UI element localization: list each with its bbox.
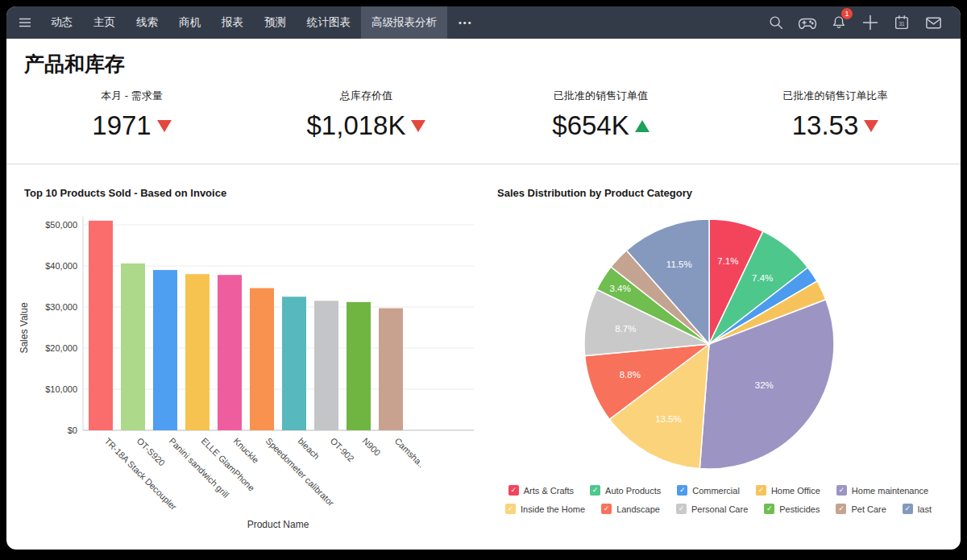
legend-item-personal-care[interactable]: ✓Personal Care bbox=[676, 504, 748, 514]
nav-tab-7[interactable]: 统计图表 bbox=[297, 6, 361, 39]
legend-checkbox-icon[interactable]: ✓ bbox=[836, 485, 847, 496]
mail-icon[interactable] bbox=[920, 10, 946, 35]
svg-text:$50,000: $50,000 bbox=[45, 220, 77, 230]
bar-chart-title: Top 10 Products Sold - Based on Invoice bbox=[24, 187, 488, 199]
bar-x-axis-title: Product Name bbox=[247, 519, 309, 530]
legend-row: ✓Inside the Home✓Landscape✓Personal Care… bbox=[505, 504, 932, 514]
legend-checkbox-icon[interactable]: ✓ bbox=[756, 485, 766, 496]
app-window: 动态主页线索商机报表预测统计图表高级报表分析 ••• 1 31 bbox=[6, 6, 961, 550]
legend-item-last[interactable]: ✓last bbox=[903, 504, 932, 514]
notification-badge: 1 bbox=[841, 8, 853, 19]
legend-checkbox-icon[interactable]: ✓ bbox=[764, 504, 774, 514]
bar-1[interactable] bbox=[89, 221, 113, 430]
legend-item-home-maintenance[interactable]: ✓Home maintenance bbox=[836, 485, 928, 496]
pie-chart-panel: Sales Distribution by Product Category 7… bbox=[488, 164, 961, 536]
svg-text:$10,000: $10,000 bbox=[45, 384, 77, 394]
legend-label: Personal Care bbox=[691, 504, 748, 514]
search-icon[interactable] bbox=[763, 10, 789, 35]
legend-label: Home maintenance bbox=[852, 486, 928, 496]
legend-checkbox-icon[interactable]: ✓ bbox=[676, 504, 687, 514]
bar-3[interactable] bbox=[153, 270, 177, 430]
svg-text:$30,000: $30,000 bbox=[45, 302, 77, 312]
legend-checkbox-icon[interactable]: ✓ bbox=[590, 485, 600, 496]
svg-text:$0: $0 bbox=[68, 425, 77, 435]
nav-tabs: 动态主页线索商机报表预测统计图表高级报表分析 bbox=[40, 6, 447, 39]
nav-tab-2[interactable]: 主页 bbox=[83, 6, 126, 39]
legend-row: ✓Arts & Crafts✓Auto Products✓Commercial✓… bbox=[508, 485, 928, 496]
legend-label: Landscape bbox=[616, 504, 660, 514]
bar-x-label: Camsha.. bbox=[393, 436, 427, 470]
nav-tab-5[interactable]: 报表 bbox=[211, 6, 254, 39]
notifications-bell-icon[interactable]: 1 bbox=[826, 10, 852, 35]
legend-item-home-office[interactable]: ✓Home Office bbox=[756, 485, 820, 496]
pie-slice-label: 8.7% bbox=[615, 324, 636, 334]
legend-label: Commercial bbox=[692, 486, 740, 496]
kpi-label: 本月 - 需求量 bbox=[15, 89, 249, 103]
bar-chart[interactable]: $0$10,000$20,000$30,000$40,000$50,000TR-… bbox=[16, 199, 488, 536]
legend-item-arts-crafts[interactable]: ✓Arts & Crafts bbox=[508, 485, 574, 496]
legend-checkbox-icon[interactable]: ✓ bbox=[508, 485, 519, 496]
bar-9[interactable] bbox=[347, 302, 371, 430]
legend-label: last bbox=[918, 504, 932, 514]
kpi-card-4: 已批准的销售订单比率13.53 bbox=[718, 89, 952, 162]
trend-up-icon bbox=[635, 120, 650, 132]
pie-slice-label: 3.4% bbox=[610, 284, 631, 293]
pie-slice-label: 7.1% bbox=[717, 256, 738, 266]
nav-more-button[interactable]: ••• bbox=[447, 6, 484, 39]
legend-item-pesticides[interactable]: ✓Pesticides bbox=[764, 504, 820, 514]
kpi-card-3: 已批准的销售订单值$654K bbox=[484, 89, 718, 162]
gamepad-icon[interactable] bbox=[795, 10, 820, 35]
kpi-card-1: 本月 - 需求量1971 bbox=[15, 89, 249, 162]
calendar-icon[interactable]: 31 bbox=[889, 10, 915, 35]
bar-2[interactable] bbox=[121, 263, 145, 430]
kpi-label: 已批准的销售订单比率 bbox=[718, 89, 952, 103]
legend-checkbox-icon[interactable]: ✓ bbox=[505, 504, 516, 514]
svg-text:31: 31 bbox=[899, 21, 905, 27]
bar-7[interactable] bbox=[282, 297, 306, 430]
bar-4[interactable] bbox=[185, 274, 210, 430]
pie-legend: ✓Arts & Crafts✓Auto Products✓Commercial✓… bbox=[488, 485, 961, 514]
pie-slice-label: 11.5% bbox=[666, 259, 692, 269]
pie-slice-label: 8.8% bbox=[620, 370, 641, 380]
bar-x-label: OT-902 bbox=[329, 436, 356, 463]
bar-6[interactable] bbox=[250, 288, 274, 430]
charts-section: Top 10 Products Sold - Based on Invoice … bbox=[6, 164, 961, 536]
legend-checkbox-icon[interactable]: ✓ bbox=[836, 504, 846, 514]
hamburger-menu-icon[interactable] bbox=[6, 6, 40, 39]
legend-item-commercial[interactable]: ✓Commercial bbox=[677, 485, 740, 496]
bar-5[interactable] bbox=[218, 275, 242, 430]
nav-tab-6[interactable]: 预测 bbox=[254, 6, 297, 39]
kpi-value: $1,018K bbox=[307, 110, 426, 141]
kpi-row: 本月 - 需求量1971总库存价值$1,018K已批准的销售订单值$654K已批… bbox=[6, 79, 961, 164]
bar-10[interactable] bbox=[379, 309, 403, 430]
bar-x-label: Panini sandwich grill bbox=[168, 436, 231, 500]
top-navbar: 动态主页线索商机报表预测统计图表高级报表分析 ••• 1 31 bbox=[6, 6, 961, 39]
legend-item-pet-care[interactable]: ✓Pet Care bbox=[836, 504, 886, 514]
legend-item-inside-the-home[interactable]: ✓Inside the Home bbox=[505, 504, 585, 514]
bar-8[interactable] bbox=[314, 301, 338, 430]
bar-chart-panel: Top 10 Products Sold - Based on Invoice … bbox=[6, 164, 488, 536]
pie-slice-label: 13.5% bbox=[655, 414, 682, 424]
legend-label: Auto Products bbox=[605, 486, 661, 496]
legend-label: Home Office bbox=[771, 486, 820, 496]
legend-item-auto-products[interactable]: ✓Auto Products bbox=[590, 485, 661, 496]
nav-tab-4[interactable]: 商机 bbox=[168, 6, 211, 39]
trend-down-icon bbox=[411, 120, 425, 132]
legend-label: Inside the Home bbox=[521, 504, 585, 514]
legend-checkbox-icon[interactable]: ✓ bbox=[601, 504, 612, 514]
kpi-value: 13.53 bbox=[792, 110, 879, 141]
legend-checkbox-icon[interactable]: ✓ bbox=[903, 504, 913, 514]
pie-chart[interactable]: 7.1%7.4%32%13.5%8.8%8.7%3.4%11.5% bbox=[488, 199, 947, 477]
add-icon[interactable] bbox=[857, 10, 883, 35]
nav-tab-8[interactable]: 高级报表分析 bbox=[361, 6, 447, 39]
trend-down-icon bbox=[864, 120, 878, 132]
legend-item-landscape[interactable]: ✓Landscape bbox=[601, 504, 660, 514]
legend-label: Arts & Crafts bbox=[524, 486, 574, 496]
nav-icons: 1 31 bbox=[763, 6, 961, 39]
nav-tab-3[interactable]: 线索 bbox=[126, 6, 168, 39]
legend-checkbox-icon[interactable]: ✓ bbox=[677, 485, 687, 496]
legend-label: Pesticides bbox=[779, 504, 820, 514]
bar-x-label: Speedometer calibrator bbox=[264, 436, 337, 508]
bar-x-label: bleach bbox=[297, 436, 322, 461]
nav-tab-1[interactable]: 动态 bbox=[40, 6, 83, 39]
